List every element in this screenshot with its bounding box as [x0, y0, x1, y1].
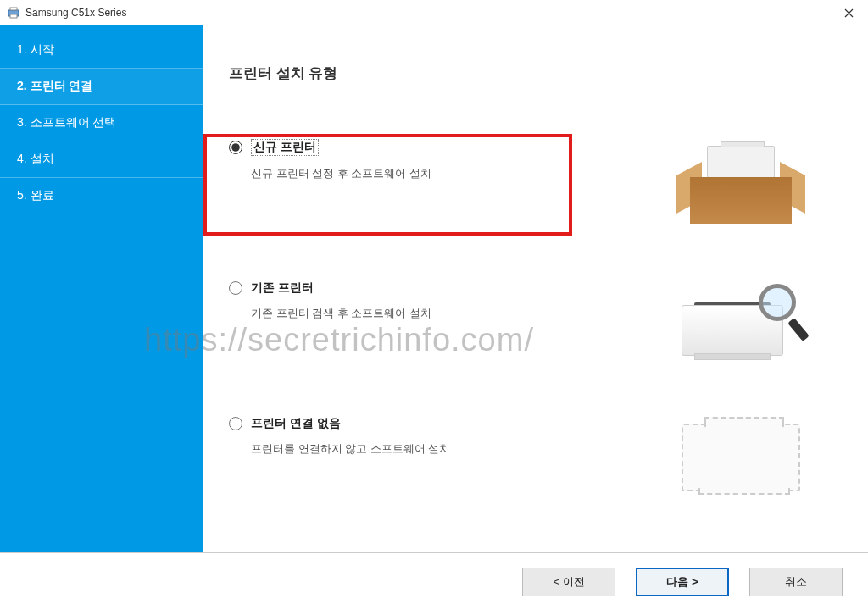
sidebar-step-start[interactable]: 1. 시작 — [0, 32, 203, 69]
cancel-button[interactable]: 취소 — [749, 568, 843, 596]
printer-magnifier-icon — [673, 280, 809, 364]
next-button[interactable]: 다음 > — [636, 568, 729, 596]
sidebar-step-software[interactable]: 3. 소프트웨어 선택 — [0, 105, 203, 141]
option-existing-printer-label: 기존 프린터 — [251, 280, 314, 296]
option-new-printer-desc: 신규 프린터 설정 후 소프트웨어 설치 — [251, 166, 648, 181]
radio-existing-printer[interactable] — [229, 281, 242, 295]
install-type-options: 신규 프린터 신규 프린터 설정 후 소프트웨어 설치 기존 프린터 기존 프린… — [229, 134, 843, 500]
svg-rect-2 — [10, 14, 17, 18]
printer-app-icon — [7, 6, 20, 19]
option-new-printer-label: 신규 프린터 — [251, 139, 319, 156]
option-no-printer-desc: 프린터를 연결하지 않고 소프트웨어 설치 — [251, 441, 648, 457]
back-button[interactable]: < 이전 — [522, 568, 615, 596]
footer-bar: < 이전 다음 > 취소 — [0, 552, 868, 610]
titlebar: Samsung C51x Series — [0, 0, 868, 25]
main-area: 1. 시작 2. 프린터 연결 3. 소프트웨어 선택 4. 설치 5. 완료 … — [0, 25, 868, 552]
window-title: Samsung C51x Series — [25, 7, 126, 19]
page-heading: 프린터 설치 유형 — [229, 64, 843, 83]
option-existing-printer-desc: 기존 프린터 검색 후 소프트웨어 설치 — [251, 306, 648, 321]
printer-ghost-icon — [673, 415, 809, 500]
radio-no-printer[interactable] — [229, 417, 242, 430]
option-existing-printer[interactable]: 기존 프린터 기존 프린터 검색 후 소프트웨어 설치 — [229, 280, 843, 364]
sidebar: 1. 시작 2. 프린터 연결 3. 소프트웨어 선택 4. 설치 5. 완료 — [0, 25, 203, 552]
printer-in-box-icon — [673, 139, 809, 224]
sidebar-step-connect[interactable]: 2. 프린터 연결 — [0, 69, 203, 105]
option-new-printer[interactable]: 신규 프린터 신규 프린터 설정 후 소프트웨어 설치 — [229, 134, 843, 229]
radio-new-printer[interactable] — [229, 141, 242, 154]
sidebar-step-complete[interactable]: 5. 완료 — [0, 178, 203, 214]
svg-rect-1 — [10, 8, 17, 10]
option-no-printer-label: 프린터 연결 없음 — [251, 416, 341, 431]
option-no-printer[interactable]: 프린터 연결 없음 프린터를 연결하지 않고 소프트웨어 설치 — [229, 415, 843, 500]
close-button[interactable] — [830, 0, 868, 25]
sidebar-step-install[interactable]: 4. 설치 — [0, 141, 203, 178]
content-panel: 프린터 설치 유형 신규 프린터 신규 프린터 설정 후 소프트웨어 설치 — [203, 25, 868, 552]
